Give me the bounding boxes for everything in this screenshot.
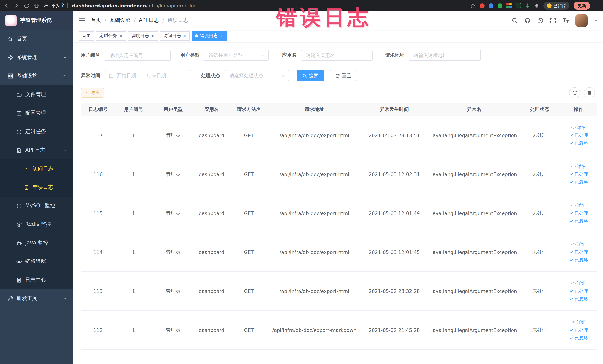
detail-link[interactable]: 详细 — [571, 201, 586, 209]
col-status: 处理状态 — [519, 103, 560, 116]
processed-link[interactable]: 已处理 — [569, 209, 588, 217]
extension-icon-on-badge[interactable] — [515, 3, 521, 8]
sidebar-item-java-monitor[interactable]: Java 监控 — [0, 234, 73, 252]
detail-link[interactable]: 详细 — [571, 124, 586, 131]
security-chip[interactable]: 不安全 — [44, 2, 68, 9]
user-no-input[interactable] — [104, 50, 171, 61]
search-button[interactable]: 搜索 — [297, 70, 324, 81]
ignored-link[interactable]: 已忽略 — [569, 295, 588, 303]
refresh-circle-button[interactable] — [569, 87, 580, 98]
sidebar-item-access-log[interactable]: 访问日志 — [0, 159, 73, 178]
browser-home-button[interactable] — [34, 3, 39, 8]
chevron-down-icon — [282, 74, 286, 78]
ignored-link[interactable]: 已忽略 — [569, 256, 588, 264]
process-status-select[interactable]: 请选择处理状态 — [225, 70, 289, 81]
sidebar-item-infrastructure[interactable]: 基础设施 — [0, 67, 73, 85]
extension-icon-red[interactable] — [480, 3, 484, 8]
close-icon[interactable]: × — [151, 34, 155, 38]
processed-link[interactable]: 已处理 — [569, 248, 588, 256]
sidebar-item-dev-tools[interactable]: 研发工具 — [0, 289, 73, 308]
sidebar-item-scheduled-jobs[interactable]: 定时任务 — [0, 122, 73, 141]
processed-link[interactable]: 已处理 — [569, 326, 588, 334]
update-button[interactable]: 更新 — [574, 2, 590, 10]
processed-link[interactable]: 已处理 — [569, 170, 588, 178]
github-icon[interactable] — [524, 17, 531, 24]
close-icon[interactable]: × — [119, 34, 123, 38]
forward-button[interactable] — [14, 3, 19, 8]
tab-error-log[interactable]: 错误日志 × — [192, 31, 227, 41]
reset-button[interactable]: 重置 — [330, 70, 357, 81]
user-type-select[interactable]: 请选择用户类型 — [204, 50, 269, 61]
back-button[interactable] — [4, 3, 9, 8]
close-icon[interactable]: × — [183, 34, 186, 38]
column-settings-button[interactable] — [584, 87, 595, 98]
sidebar-item-api-log[interactable]: API 日志 — [0, 141, 73, 159]
help-icon[interactable] — [537, 17, 544, 23]
cell-status: 未处理 — [519, 233, 560, 272]
extension-icon-green[interactable] — [497, 3, 502, 8]
ignored-link[interactable]: 已忽略 — [569, 178, 588, 186]
sidebar-item-redis-monitor[interactable]: Redis 监控 — [0, 215, 73, 234]
export-button[interactable]: 导出 — [81, 88, 104, 97]
tab-home[interactable]: 首页 — [79, 31, 94, 41]
extension-icon-puzzle[interactable] — [534, 3, 539, 8]
search-icon[interactable] — [512, 17, 518, 23]
tab-access-log[interactable]: 访问日志 × — [160, 31, 190, 41]
ignored-link[interactable]: 已忽略 — [569, 334, 588, 342]
ignored-link[interactable]: 已忽略 — [569, 139, 588, 147]
avatar-caret-icon[interactable] — [594, 18, 598, 23]
avatar[interactable] — [575, 14, 588, 26]
cell-exception-time: 2021-05-02 23:32:28 — [359, 272, 429, 311]
detail-link[interactable]: 详细 — [571, 163, 586, 170]
col-exception-name: 异常名 — [429, 103, 519, 116]
cell-exception-time: 2021-05-03 12:02:31 — [359, 155, 429, 194]
detail-link[interactable]: 详细 — [571, 280, 586, 287]
sidebar-item-log-center[interactable]: 日志中心 — [0, 271, 73, 289]
right-toolbar — [569, 87, 595, 98]
chevron-down-icon — [63, 296, 67, 301]
cell-actions: 详细 已处理 已忽略 — [560, 194, 597, 233]
font-size-icon[interactable] — [562, 17, 569, 24]
sidebar-item-mysql-monitor[interactable]: MySQL 监控 — [0, 197, 73, 215]
table-row: 113 1 管理员 dashboard GET /api/infra/db-do… — [81, 272, 597, 311]
breadcrumb-item-infrastructure[interactable]: 基础设施 — [110, 17, 130, 24]
check-icon — [569, 211, 574, 215]
extension-icon-tree[interactable] — [525, 3, 530, 8]
processed-link[interactable]: 已处理 — [569, 131, 588, 139]
tab-schedule-log[interactable]: 调度日志 × — [128, 31, 158, 41]
close-icon[interactable]: × — [220, 34, 223, 38]
paused-badge[interactable]: 已暂停 — [543, 2, 569, 10]
database-icon — [16, 203, 22, 209]
sidebar-item-system-management[interactable]: 系统管理 — [0, 48, 73, 67]
cell-status: 未处理 — [519, 116, 560, 155]
processed-link[interactable]: 已处理 — [569, 287, 588, 295]
security-label: 不安全 — [51, 2, 65, 9]
browser-menu-button[interactable]: ⋮ — [594, 3, 600, 9]
extension-icon-grid[interactable] — [506, 3, 511, 8]
sidebar-item-config-management[interactable]: 配置管理 — [0, 104, 73, 122]
reload-button[interactable] — [24, 3, 29, 8]
cell-method: GET — [229, 116, 269, 155]
breadcrumb-item-api-log[interactable]: API 日志 — [139, 17, 159, 24]
bookmark-star-icon[interactable] — [470, 3, 475, 8]
cell-user-type: 管理员 — [152, 194, 194, 233]
detail-link[interactable]: 详细 — [571, 240, 586, 248]
request-url-input[interactable] — [409, 50, 481, 61]
sidebar-item-file-management[interactable]: 文件管理 — [0, 85, 73, 104]
tab-scheduled-jobs[interactable]: 定时任务 × — [96, 31, 126, 41]
breadcrumb-item-home[interactable]: 首页 — [91, 17, 101, 24]
sidebar-item-trace[interactable]: 链路追踪 — [0, 252, 73, 271]
extension-icon-blue[interactable] — [488, 3, 493, 8]
address-url[interactable]: dashboard.yudao.iocoder.cn/infra/log/api… — [72, 3, 197, 8]
fullscreen-icon[interactable] — [550, 17, 556, 23]
table-toolbar: 导出 — [73, 87, 603, 98]
sidebar-item-home[interactable]: 首页 — [0, 30, 73, 48]
detail-link[interactable]: 详细 — [571, 318, 586, 326]
date-range-picker[interactable]: 开始日期 - 结束日期 — [104, 70, 191, 81]
sidebar-item-error-log[interactable]: 错误日志 — [0, 178, 73, 197]
error-log-table: 日志编号 用户编号 用户类型 应用名 请求方法名 请求地址 异常发生时间 异常名… — [81, 103, 597, 350]
ignored-link[interactable]: 已忽略 — [569, 217, 588, 225]
app-name-input[interactable] — [301, 50, 372, 61]
hamburger-button[interactable] — [73, 17, 91, 24]
sidebar: 芋道管理系统 首页 系统管理 基础设施 — [0, 11, 73, 364]
